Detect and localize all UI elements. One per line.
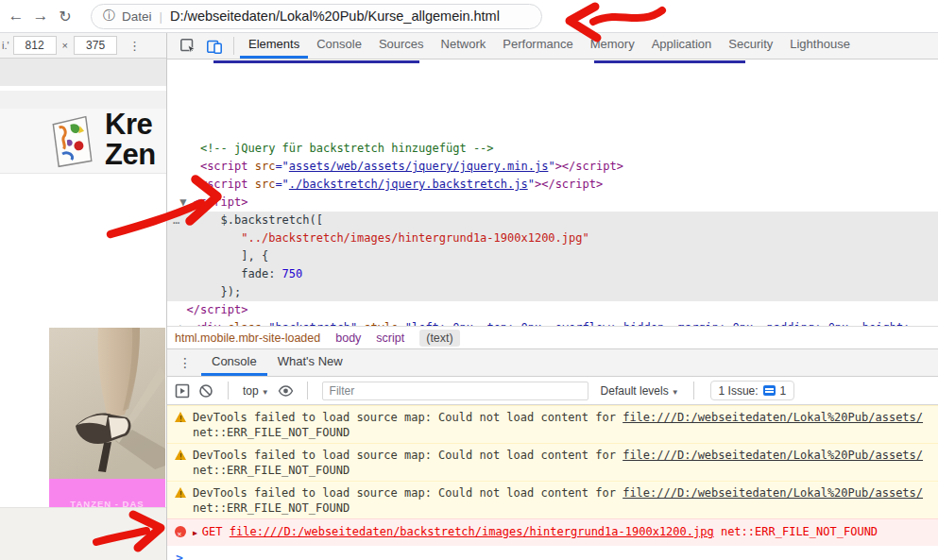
console-sidebar-icon[interactable]	[175, 383, 190, 399]
console-warning-row[interactable]: DevTools failed to load source map: Coul…	[167, 443, 938, 481]
device-toolbar-menu-icon[interactable]: ⋮	[128, 39, 141, 53]
clipped-code-line	[213, 60, 419, 63]
tab-sources[interactable]: Sources	[370, 33, 433, 59]
browser-toolbar: ← → ↻ ⓘ Datei | D:/webseitedaten/Lokal%2…	[0, 0, 938, 33]
back-button[interactable]: ←	[4, 7, 28, 25]
log-levels-dropdown[interactable]: Default levels▼	[601, 384, 679, 398]
device-toolbar-toggle-icon[interactable]	[206, 38, 223, 55]
code-line[interactable]: ▼ <script>	[167, 194, 938, 212]
js-context-selector[interactable]: top▼	[243, 384, 269, 398]
tab-lighthouse[interactable]: Lighthouse	[781, 33, 859, 59]
console-warning-row[interactable]: DevTools failed to load source map: Coul…	[167, 405, 938, 443]
inspect-element-icon[interactable]	[179, 38, 196, 55]
warning-file-link[interactable]: file:///D:/webseitedaten/Lokal%20Pub/ass…	[622, 486, 923, 500]
error-file-link[interactable]: file:///D:/webseitedaten/backstretch/ima…	[230, 525, 714, 538]
console-tab-console[interactable]: Console	[201, 349, 267, 376]
clear-console-icon[interactable]	[198, 383, 213, 399]
code-token: =	[398, 321, 404, 326]
tab-memory[interactable]: Memory	[582, 33, 643, 59]
code-line[interactable]: "../backstretch/images/hintergrund1a-190…	[167, 229, 938, 247]
warning-text: DevTools failed to load source map: Coul…	[193, 449, 622, 462]
code-token: <script>	[194, 195, 248, 209]
code-token: </script>	[186, 303, 247, 316]
page-viewport: Kre Zen	[0, 59, 166, 560]
clipped-code-line	[594, 60, 745, 63]
address-bar[interactable]: ⓘ Datei | D:/webseitedaten/Lokal%20Pub/K…	[91, 4, 542, 29]
code-line[interactable]: <!-- jQuery für backstretch hinzugefügt …	[167, 140, 938, 158]
pink-banner: TANZEN - DAS	[49, 479, 165, 507]
expand-triangle-icon[interactable]: ▶	[193, 529, 197, 537]
warning-file-link[interactable]: file:///D:/webseitedaten/Lokal%20Pub/ass…	[622, 411, 923, 424]
console-error-row[interactable]: ▶GET file:///D:/webseitedaten/backstretc…	[167, 518, 938, 546]
dom-tree: <!-- jQuery für backstretch hinzugefügt …	[167, 140, 938, 326]
issues-speech-bubble-icon	[763, 385, 776, 396]
tab-console[interactable]: Console	[308, 33, 370, 59]
code-token: </script>	[541, 178, 603, 191]
tab-network[interactable]: Network	[433, 33, 495, 59]
forward-button[interactable]: →	[28, 7, 53, 25]
code-token: $.backstretch([	[221, 213, 323, 227]
device-width-field[interactable]: 812	[13, 36, 57, 55]
live-expression-eye-icon[interactable]	[278, 383, 293, 399]
breadcrumb-item[interactable]: html.mobile.mbr-site-loaded	[175, 331, 320, 345]
toolbar-separator	[693, 382, 694, 399]
chevron-down-icon: ▼	[672, 388, 679, 397]
devtools-panel: ElementsConsoleSourcesNetworkPerformance…	[166, 33, 938, 560]
chevron-down-icon: ▼	[262, 388, 269, 397]
code-token: "../backstretch/images/hintergrund1a-190…	[241, 231, 588, 245]
tab-elements[interactable]: Elements	[240, 33, 308, 59]
console-toolbar: top▼ Default levels▼ 1 Issue: 1	[167, 377, 938, 405]
devtools-tabs: ElementsConsoleSourcesNetworkPerformance…	[240, 33, 859, 59]
code-token	[186, 195, 193, 209]
code-line[interactable]: ], {	[167, 247, 938, 265]
breadcrumb-item[interactable]: body	[335, 331, 361, 345]
device-toolbar: i.' 812 × 375 ⋮	[0, 33, 166, 59]
code-line[interactable]: … $.backstretch([	[167, 212, 938, 229]
devtools-tab-bar: ElementsConsoleSourcesNetworkPerformance…	[167, 33, 938, 59]
tab-application[interactable]: Application	[643, 33, 721, 59]
warning-error-code: net::ERR_FILE_NOT_FOUND	[193, 463, 930, 478]
tab-security[interactable]: Security	[720, 33, 781, 59]
console-warning-row[interactable]: DevTools failed to load source map: Coul…	[167, 481, 938, 518]
tab-performance[interactable]: Performance	[494, 33, 581, 59]
device-height-field[interactable]: 375	[74, 36, 117, 55]
breadcrumb-item[interactable]: script	[376, 331, 404, 345]
code-line[interactable]: </script>	[167, 301, 938, 319]
site-title-line2: Zen	[105, 140, 156, 170]
page-info-icon[interactable]: ⓘ	[103, 8, 115, 25]
issues-button[interactable]: 1 Issue: 1	[710, 381, 795, 400]
code-token	[179, 213, 220, 227]
code-line[interactable]: fade: 750	[167, 265, 938, 283]
warning-error-code: net::ERR_FILE_NOT_FOUND	[193, 425, 930, 440]
console-drawer: ⋮ ConsoleWhat's New top▼ Default levels▼	[167, 348, 938, 560]
warning-file-link[interactable]: file:///D:/webseitedaten/Lokal%20Pub/ass…	[622, 449, 923, 462]
screen: ← → ↻ ⓘ Datei | D:/webseitedaten/Lokal%2…	[0, 0, 938, 560]
code-token	[186, 321, 193, 326]
code-token: ="	[275, 178, 288, 191]
code-token: "left: 0px; top: 0px; overflow: hidden; …	[405, 321, 911, 326]
warning-text: DevTools failed to load source map: Coul…	[193, 486, 622, 500]
console-filter-input[interactable]	[322, 382, 588, 400]
code-token: <!-- jQuery für backstretch hinzugefügt …	[200, 142, 494, 155]
resource-link[interactable]: assets/web/assets/jquery/jquery.min.js	[289, 160, 549, 173]
code-line[interactable]: <script src="./backstretch/jquery.backst…	[167, 176, 938, 194]
code-token: <script	[200, 178, 248, 191]
error-icon	[175, 526, 186, 537]
code-line[interactable]: ▶ <div class="backstretch" style="left: …	[167, 319, 938, 326]
code-token	[173, 142, 200, 155]
error-status: net::ERR_FILE_NOT_FOUND	[714, 525, 878, 538]
code-token: >	[555, 160, 562, 173]
resource-link[interactable]: ./backstretch/jquery.backstretch.js	[289, 178, 528, 191]
console-menu-icon[interactable]: ⋮	[179, 355, 192, 370]
breadcrumb-item[interactable]: (text)	[419, 330, 459, 347]
warning-text: DevTools failed to load source map: Coul…	[193, 411, 622, 424]
site-title-line1: Kre	[105, 110, 156, 140]
console-prompt[interactable]: >	[167, 546, 938, 560]
error-method: GET	[202, 525, 230, 538]
code-line[interactable]: });	[167, 283, 938, 301]
code-token: ], {	[173, 249, 268, 263]
issues-label: 1 Issue:	[719, 384, 759, 398]
reload-button[interactable]: ↻	[53, 8, 77, 25]
console-tab-what-s-new[interactable]: What's New	[267, 349, 353, 376]
code-line[interactable]: <script src="assets/web/assets/jquery/jq…	[167, 158, 938, 176]
